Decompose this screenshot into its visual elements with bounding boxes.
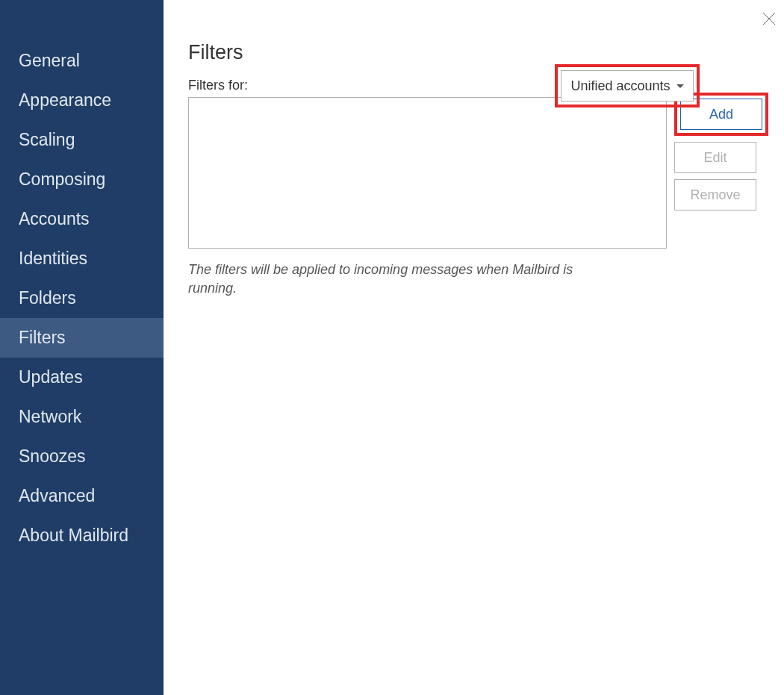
sidebar-item-network[interactable]: Network	[0, 397, 164, 437]
sidebar-item-label: Snoozes	[19, 446, 86, 466]
sidebar-item-label: Appearance	[19, 90, 111, 110]
sidebar-item-label: Folders	[19, 288, 76, 308]
sidebar-item-about-mailbird[interactable]: About Mailbird	[0, 516, 164, 555]
sidebar-item-identities[interactable]: Identities	[0, 239, 164, 278]
button-label: Edit	[703, 150, 727, 166]
sidebar-item-accounts[interactable]: Accounts	[0, 199, 164, 239]
button-label: Add	[709, 107, 733, 122]
remove-button[interactable]: Remove	[674, 179, 756, 211]
sidebar: General Appearance Scaling Composing Acc…	[0, 0, 164, 695]
sidebar-item-label: Updates	[19, 367, 83, 387]
sidebar-item-label: Scaling	[19, 130, 75, 149]
chevron-down-icon	[676, 84, 684, 88]
sidebar-item-folders[interactable]: Folders	[0, 278, 164, 318]
sidebar-item-label: General	[19, 51, 80, 70]
sidebar-item-scaling[interactable]: Scaling	[0, 120, 164, 160]
sidebar-item-general[interactable]: General	[0, 41, 164, 81]
sidebar-item-updates[interactable]: Updates	[0, 358, 164, 397]
sidebar-item-composing[interactable]: Composing	[0, 160, 164, 199]
close-icon	[762, 12, 776, 25]
account-dropdown[interactable]: Unified accounts	[561, 70, 694, 102]
sidebar-item-label: Identities	[19, 249, 87, 268]
filters-content-row: Add Edit Remove	[188, 97, 768, 249]
sidebar-item-label: Filters	[19, 328, 66, 347]
page-title: Filters	[188, 41, 768, 64]
close-button[interactable]	[761, 10, 777, 27]
sidebar-item-label: Advanced	[19, 486, 95, 505]
filter-action-buttons: Add Edit Remove	[674, 97, 768, 249]
info-text: The filters will be applied to incoming …	[188, 261, 576, 298]
dropdown-highlight-annotation: Unified accounts	[555, 64, 700, 107]
filters-list[interactable]	[188, 97, 667, 249]
sidebar-item-filters[interactable]: Filters	[0, 318, 164, 358]
edit-button[interactable]: Edit	[674, 142, 756, 173]
sidebar-item-label: Accounts	[19, 209, 90, 228]
sidebar-item-label: About Mailbird	[19, 526, 128, 545]
settings-window: General Appearance Scaling Composing Acc…	[0, 0, 784, 695]
filters-for-row: Filters for: Unified accounts	[188, 78, 768, 93]
dropdown-value: Unified accounts	[570, 78, 670, 94]
sidebar-item-advanced[interactable]: Advanced	[0, 476, 164, 516]
sidebar-item-label: Composing	[19, 169, 105, 189]
button-label: Remove	[690, 187, 740, 203]
main-panel: Filters Filters for: Unified accounts Ad…	[164, 0, 784, 695]
sidebar-item-snoozes[interactable]: Snoozes	[0, 437, 164, 476]
sidebar-item-label: Network	[19, 407, 81, 426]
sidebar-item-appearance[interactable]: Appearance	[0, 81, 164, 120]
